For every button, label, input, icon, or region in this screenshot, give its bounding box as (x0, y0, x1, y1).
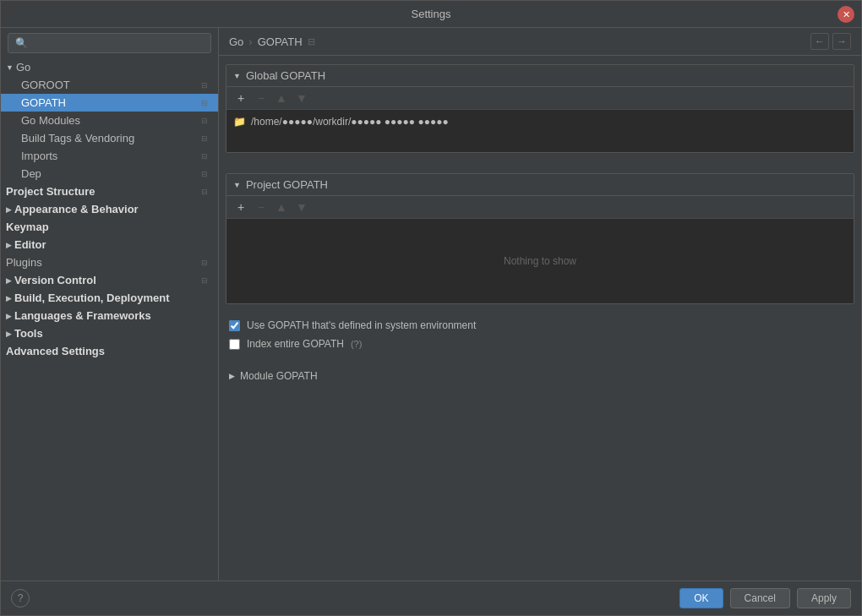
breadcrumb-root[interactable]: Go (229, 35, 243, 48)
sidebar-item-label: Dep (21, 167, 201, 180)
sidebar-item-label: Editor (14, 238, 213, 251)
nav-forward-button[interactable]: → (832, 33, 851, 50)
project-gopath-toolbar: + − ▲ ▼ (226, 196, 854, 219)
sidebar-item-goroot[interactable]: GOROOT ⊟ (1, 76, 218, 94)
use-gopath-row: Use GOPATH that's defined in system envi… (229, 319, 851, 331)
sidebar-item-label: Build, Execution, Deployment (14, 292, 213, 304)
spacer (219, 160, 861, 166)
settings-icon: ⊟ (201, 81, 208, 90)
chevron-right-icon: ▶ (6, 276, 12, 285)
settings-icon: ⊟ (201, 259, 208, 267)
sidebar-item-label: Project Structure (6, 185, 201, 198)
global-gopath-section: ▼ Global GOPATH + − ▲ ▼ 📁 /home/●●●●●/wo… (226, 64, 854, 153)
chevron-right-icon: ▶ (229, 372, 235, 380)
sidebar-item-languages-frameworks[interactable]: ▶ Languages & Frameworks (1, 307, 218, 324)
sidebar-item-appearance-behavior[interactable]: ▶ Appearance & Behavior (1, 200, 218, 218)
sidebar-item-label: Plugins (6, 256, 201, 269)
settings-icon: ⊟ (201, 134, 208, 143)
global-gopath-toolbar: + − ▲ ▼ (226, 87, 854, 110)
sidebar-item-tools[interactable]: ▶ Tools (1, 324, 218, 342)
sidebar-item-plugins[interactable]: Plugins ⊟ (1, 253, 218, 271)
chevron-right-icon: ▶ (6, 330, 12, 338)
project-gopath-header[interactable]: ▼ Project GOPATH (226, 174, 854, 196)
panel-content: ▼ Global GOPATH + − ▲ ▼ 📁 /home/●●●●●/wo… (219, 56, 861, 581)
sidebar-item-imports[interactable]: Imports ⊟ (1, 147, 218, 165)
module-gopath-section[interactable]: ▶ Module GOPATH (219, 365, 861, 387)
sidebar-item-label: Go (16, 61, 213, 74)
settings-dialog: Settings ✕ 🔍 ▼ Go GOROOT ⊟ GOPATH (0, 0, 862, 616)
options-area: Use GOPATH that's defined in system envi… (219, 311, 861, 365)
section-title: Project GOPATH (246, 178, 328, 191)
section-chevron-icon: ▼ (233, 72, 241, 80)
chevron-right-icon: ▶ (6, 241, 12, 249)
sidebar-item-version-control[interactable]: ▶ Version Control ⊟ (1, 271, 218, 289)
cancel-button[interactable]: Cancel (730, 588, 790, 608)
module-gopath-label: Module GOPATH (240, 370, 318, 382)
move-down-global-path-button[interactable]: ▼ (292, 90, 311, 106)
remove-global-path-button[interactable]: − (252, 90, 270, 106)
settings-icon: ⊟ (201, 188, 208, 196)
move-down-project-path-button[interactable]: ▼ (292, 199, 311, 215)
sidebar-item-advanced-settings[interactable]: Advanced Settings (1, 342, 218, 360)
section-chevron-icon: ▼ (233, 181, 241, 189)
sidebar-item-label: Languages & Frameworks (14, 309, 213, 322)
breadcrumb-separator: › (248, 35, 252, 48)
settings-icon: ⊟ (201, 152, 208, 161)
project-gopath-empty: Nothing to show (226, 219, 854, 303)
close-button[interactable]: ✕ (837, 6, 854, 23)
sidebar-item-label: Go Modules (21, 114, 201, 127)
add-project-path-button[interactable]: + (232, 199, 250, 215)
sidebar-item-label: Advanced Settings (6, 345, 213, 357)
use-gopath-checkbox[interactable] (229, 320, 240, 331)
move-up-global-path-button[interactable]: ▲ (272, 90, 291, 106)
remove-project-path-button[interactable]: − (252, 199, 270, 215)
main-content: 🔍 ▼ Go GOROOT ⊟ GOPATH ⊟ Go Modules ⊟ (1, 28, 861, 581)
ok-button[interactable]: OK (679, 588, 723, 608)
settings-icon: ⊟ (201, 276, 208, 285)
search-input[interactable] (32, 37, 204, 49)
section-title: Global GOPATH (246, 69, 325, 82)
help-button[interactable]: ? (11, 589, 30, 608)
sidebar-item-label: Appearance & Behavior (14, 203, 213, 215)
search-icon: 🔍 (15, 37, 28, 49)
dialog-title: Settings (412, 8, 451, 20)
chevron-right-icon: ▶ (6, 312, 12, 320)
move-up-project-path-button[interactable]: ▲ (272, 199, 291, 215)
chevron-right-icon: ▶ (6, 294, 12, 303)
breadcrumb-nav: ← → (810, 33, 851, 50)
title-bar: Settings ✕ (1, 1, 861, 28)
settings-icon: ⊟ (201, 117, 208, 125)
global-gopath-header[interactable]: ▼ Global GOPATH (226, 65, 854, 87)
sidebar-item-project-structure[interactable]: Project Structure ⊟ (1, 183, 218, 200)
add-global-path-button[interactable]: + (232, 90, 250, 106)
sidebar-item-keymap[interactable]: Keymap (1, 218, 218, 236)
apply-button[interactable]: Apply (797, 588, 851, 608)
breadcrumb-icon: ⊟ (308, 36, 315, 47)
global-gopath-list: 📁 /home/●●●●●/workdir/●●●●● ●●●●● ●●●●● (226, 110, 854, 152)
right-panel: Go › GOPATH ⊟ ← → ▼ Global GOPATH (219, 28, 861, 581)
project-gopath-section: ▼ Project GOPATH + − ▲ ▼ Nothing to show (226, 173, 854, 304)
chevron-right-icon: ▶ (6, 205, 12, 214)
path-value: /home/●●●●●/workdir/●●●●● ●●●●● ●●●●● (251, 116, 449, 128)
sidebar-item-build-tags[interactable]: Build Tags & Vendoring ⊟ (1, 129, 218, 147)
sidebar-item-label: Version Control (14, 274, 201, 286)
nav-back-button[interactable]: ← (810, 33, 829, 50)
breadcrumb-current: GOPATH (258, 35, 303, 48)
help-icon[interactable]: (?) (351, 339, 362, 349)
search-box[interactable]: 🔍 (8, 33, 211, 53)
sidebar-item-go[interactable]: ▼ Go (1, 58, 218, 76)
sidebar-item-build-execution[interactable]: ▶ Build, Execution, Deployment (1, 289, 218, 307)
sidebar-item-go-modules[interactable]: Go Modules ⊟ (1, 112, 218, 129)
bottom-bar: ? OK Cancel Apply (1, 581, 861, 615)
sidebar-item-editor[interactable]: ▶ Editor (1, 236, 218, 253)
index-gopath-checkbox[interactable] (229, 339, 240, 350)
sidebar-item-label: Build Tags & Vendoring (21, 132, 201, 144)
sidebar-item-label: GOROOT (21, 79, 201, 91)
sidebar: 🔍 ▼ Go GOROOT ⊟ GOPATH ⊟ Go Modules ⊟ (1, 28, 219, 581)
help-icon: ? (18, 592, 24, 604)
sidebar-item-gopath[interactable]: GOPATH ⊟ (1, 94, 218, 112)
path-list-item[interactable]: 📁 /home/●●●●●/workdir/●●●●● ●●●●● ●●●●● (226, 113, 854, 130)
sidebar-item-dep[interactable]: Dep ⊟ (1, 165, 218, 183)
sidebar-item-label: Keymap (6, 221, 213, 233)
folder-icon: 📁 (233, 116, 246, 128)
